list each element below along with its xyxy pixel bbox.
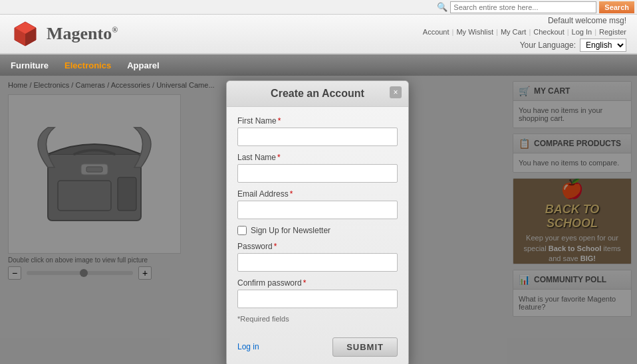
last-name-label: Last Name* [237,153,398,162]
required-note: *Required fields [237,315,398,323]
main-area: Home / Electronics / Cameras / Accessori… [0,76,637,364]
welcome-message: Default welcome msg! [423,16,626,25]
magento-logo-icon [11,19,40,48]
modal-overlay: Create an Account × First Name* Last Nam… [0,76,637,364]
search-input-top[interactable] [450,1,596,13]
submit-button[interactable]: SUBMIT [332,337,398,357]
last-name-input[interactable] [237,164,398,183]
modal-footer: Log in SUBMIT [227,337,408,365]
create-account-modal: Create an Account × First Name* Last Nam… [226,80,409,365]
checkout-link[interactable]: Checkout [533,28,564,36]
modal-header: Create an Account × [227,81,408,107]
email-required: * [290,189,293,199]
first-name-label: First Name* [237,116,398,126]
confirm-password-label: Confirm password* [237,278,398,288]
nav-item-furniture[interactable]: Furniture [11,56,49,74]
cart-link[interactable]: My Cart [501,28,527,36]
email-group: Email Address* [237,189,398,219]
wishlist-link[interactable]: My Wishlist [456,28,493,36]
modal-close-button[interactable]: × [390,86,402,98]
login-link-header[interactable]: Log In [572,28,592,36]
login-link-modal[interactable]: Log in [237,342,259,351]
email-input[interactable] [237,201,398,219]
nav-item-electronics[interactable]: Electronics [64,56,111,74]
language-row: Your Language: English [423,39,626,52]
modal-title: Create an Account [271,88,364,99]
last-name-required: * [277,153,281,162]
password-required: * [274,242,277,251]
newsletter-row: Sign Up for Newsletter [237,226,398,235]
account-link[interactable]: Account [423,28,449,36]
search-icon-top: 🔍 [437,2,447,12]
header: Magento® Default welcome msg! Account | … [0,15,637,54]
logo-text: Magento® [47,24,118,44]
first-name-group: First Name* [237,116,398,146]
newsletter-checkbox[interactable] [237,226,247,235]
language-select[interactable]: English [580,39,626,52]
language-label: Your Language: [520,41,576,50]
first-name-input[interactable] [237,128,398,146]
password-label: Password* [237,242,398,251]
confirm-password-group: Confirm password* [237,278,398,308]
newsletter-label: Sign Up for Newsletter [251,226,330,235]
logo-area: Magento® [11,19,118,48]
top-bar: 🔍 Search [0,0,637,15]
password-group: Password* [237,242,398,272]
last-name-group: Last Name* [237,153,398,183]
nav-bar: Furniture Electronics Apparel [0,54,637,76]
email-label: Email Address* [237,189,398,199]
confirm-password-input[interactable] [237,290,398,308]
search-button-top[interactable]: Search [599,1,634,13]
modal-body: First Name* Last Name* Email Address* [227,107,408,337]
password-input[interactable] [237,253,398,272]
confirm-password-required: * [303,278,307,288]
nav-item-apparel[interactable]: Apparel [127,56,159,74]
register-link[interactable]: Register [599,28,626,36]
header-right: Default welcome msg! Account | My Wishli… [423,16,626,52]
header-links: Account | My Wishlist | My Cart | Checko… [423,28,626,36]
first-name-required: * [278,116,281,126]
